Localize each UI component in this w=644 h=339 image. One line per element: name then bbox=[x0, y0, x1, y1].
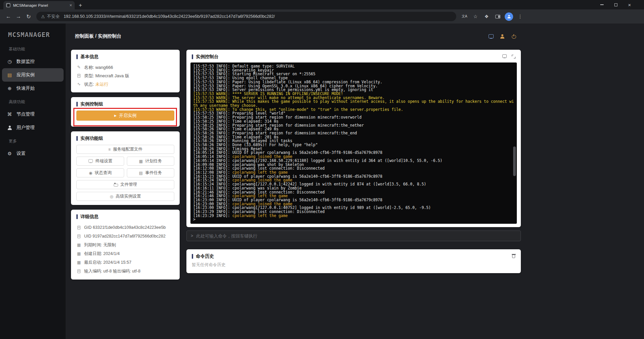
quick-start-icon: ⊕ bbox=[7, 86, 12, 91]
instance-name: 名称: wang666 bbox=[84, 63, 113, 72]
button-label: 服务端配置文件 bbox=[113, 146, 143, 152]
power-glyph bbox=[512, 34, 516, 39]
config-file-button[interactable]: ≡ 服务端配置文件 bbox=[76, 145, 174, 154]
monitor-glyph bbox=[489, 34, 494, 39]
created-row: ▦ 创建日期: 2024/1/4 bbox=[76, 249, 174, 258]
console-card: 实例控制台 [15:57:53 INFO]: Default game type… bbox=[186, 50, 521, 227]
file-icon bbox=[76, 226, 81, 229]
side-panel-icon[interactable] bbox=[494, 12, 502, 20]
event-tasks-button[interactable]: ▤ 事件任务 bbox=[127, 168, 175, 177]
terminal-display-icon[interactable] bbox=[502, 54, 507, 60]
file-glyph bbox=[77, 226, 80, 229]
toolbar-actions: 文A ☆ ❖ ⋮ bbox=[460, 12, 524, 21]
tab-close-icon[interactable]: × bbox=[69, 3, 72, 7]
start-instance-button[interactable]: ▶ 开启实例 bbox=[76, 111, 174, 121]
breadcrumb: 控制面板 / 实例控制台 bbox=[75, 33, 121, 39]
reload-button[interactable]: ↻ bbox=[24, 11, 34, 22]
profile-avatar[interactable] bbox=[505, 12, 513, 21]
sidebar-item-label: 数据监控 bbox=[16, 58, 35, 65]
status-label: 状态: 未运行 bbox=[84, 80, 108, 88]
user-manage-icon bbox=[7, 126, 12, 130]
prompt-chevron-icon: > bbox=[191, 234, 193, 238]
browser-menu-icon[interactable]: ⋮ bbox=[516, 12, 524, 20]
status-query-button[interactable]: ◉ 状态查询 bbox=[76, 168, 124, 177]
schedule-tasks-button[interactable]: ▦ 计划任务 bbox=[127, 157, 175, 166]
encoding-value: 输入编码: utf-8 输出编码: utf-8 bbox=[84, 267, 140, 276]
window-maximize-button[interactable] bbox=[613, 2, 618, 7]
sidebar-item-settings[interactable]: ⚙ 设置 bbox=[2, 147, 64, 160]
card-title-text: 实例控制台 bbox=[196, 54, 219, 60]
data-monitor-icon: ◷ bbox=[7, 59, 12, 64]
history-header: 命令历史 bbox=[192, 253, 515, 259]
last-start-row: ▦ 最后启动: 2024/1/4 15:57 bbox=[76, 258, 174, 267]
file-glyph bbox=[77, 74, 80, 78]
created-value: 创建日期: 2024/1/4 bbox=[84, 249, 120, 258]
card-title-text: 实例功能组 bbox=[80, 135, 103, 141]
instance-type-row: 类型: Minecraft Java 版 bbox=[76, 72, 174, 80]
display-icon[interactable] bbox=[488, 33, 494, 39]
history-empty-text: 暂无任何命令历史 bbox=[192, 262, 515, 268]
sidebar-item-label: 设置 bbox=[16, 151, 26, 157]
config-file-icon: ≡ bbox=[108, 147, 111, 152]
command-input[interactable] bbox=[196, 234, 516, 239]
fullscreen-icon[interactable] bbox=[512, 54, 515, 60]
bookmark-star-icon[interactable]: ☆ bbox=[471, 12, 479, 20]
not-secure-warning-icon[interactable]: ⚠ bbox=[41, 14, 45, 19]
button-label: 文件管理 bbox=[120, 182, 137, 187]
sidebar: MCSMANAGER 基础功能 ◷ 数据监控 ▤ 应用实例 ⊕ 快速开始 高级功… bbox=[0, 24, 66, 339]
event-list-icon: ▤ bbox=[139, 171, 143, 175]
folder-icon bbox=[114, 183, 118, 186]
button-label: 事件任务 bbox=[145, 170, 162, 176]
status-label-text: 状态: bbox=[84, 82, 95, 87]
command-input-row: > bbox=[186, 230, 521, 241]
person-icon bbox=[7, 126, 12, 130]
card-title-text: 详细信息 bbox=[80, 214, 99, 220]
address-bar[interactable]: ⚠ 不安全 192.168.50.105:23333/#/terminal/63… bbox=[36, 12, 456, 21]
button-label: 终端设置 bbox=[96, 158, 112, 164]
not-secure-label: 不安全 bbox=[47, 14, 60, 19]
file-manage-button[interactable]: 文件管理 bbox=[76, 180, 174, 189]
title-accent-bar bbox=[192, 54, 193, 59]
extensions-icon[interactable]: ❖ bbox=[482, 12, 491, 20]
advanced-settings-button[interactable]: ◎ 高级实例设置 bbox=[76, 192, 174, 201]
uid-value: UID 9197ad282cc147d7a6f792566d0bc282 bbox=[84, 232, 166, 241]
sidebar-item-data-monitor[interactable]: ◷ 数据监控 bbox=[2, 55, 64, 68]
sidebar-section-advanced: 高级功能 bbox=[0, 95, 66, 108]
file-glyph bbox=[77, 269, 80, 273]
card-title: 命令历史 bbox=[192, 253, 214, 259]
back-button[interactable]: ← bbox=[3, 11, 13, 22]
basic-info-card: 基本信息 ✎ 名称: wang666 类型: Minecraft Java 版 bbox=[71, 50, 180, 92]
window-controls: × bbox=[600, 0, 632, 9]
terminal-icon bbox=[88, 159, 93, 163]
console-header: 实例控制台 bbox=[192, 54, 515, 60]
user-icon[interactable] bbox=[499, 33, 505, 39]
start-button-label: 开启实例 bbox=[119, 113, 136, 119]
new-tab-button[interactable]: + bbox=[79, 2, 82, 8]
terminal-line: [16:23:29 INFO]: cpolarwang left the gam… bbox=[193, 214, 514, 218]
title-accent-bar bbox=[76, 54, 78, 59]
window-minimize-button[interactable] bbox=[600, 2, 604, 7]
sidebar-item-quick-start[interactable]: ⊕ 快速开始 bbox=[2, 82, 64, 95]
node-manage-icon: ⌘ bbox=[7, 112, 12, 117]
calendar-icon: ▦ bbox=[76, 258, 81, 267]
sidebar-item-label: 节点管理 bbox=[16, 111, 35, 117]
terminal-output[interactable]: [15:57:53 INFO]: Default game type: SURV… bbox=[190, 62, 517, 224]
control-group-card: 实例控制组 ▶ 开启实例 bbox=[71, 97, 180, 127]
forward-button[interactable]: → bbox=[13, 11, 24, 22]
sidebar-item-node-manage[interactable]: ⌘ 节点管理 bbox=[2, 108, 64, 121]
sidebar-item-app-instances[interactable]: ▤ 应用实例 bbox=[2, 68, 64, 82]
terminal-scrollbar[interactable] bbox=[513, 146, 516, 176]
title-accent-bar bbox=[76, 102, 78, 107]
sidebar-item-user-manage[interactable]: 用户管理 bbox=[2, 121, 64, 134]
card-title-text: 命令历史 bbox=[196, 253, 214, 259]
terminal-settings-button[interactable]: 终端设置 bbox=[76, 157, 124, 166]
function-buttons: ≡ 服务端配置文件 终端设置 bbox=[76, 145, 174, 201]
sidebar-item-label: 用户管理 bbox=[16, 125, 35, 131]
instance-status-row: ∿ 状态: 未运行 bbox=[76, 80, 174, 88]
command-history-card: 命令历史 暂无任何命令历史 bbox=[186, 249, 521, 273]
browser-tab[interactable]: MCSManager Panel × bbox=[3, 1, 75, 9]
window-close-button[interactable]: × bbox=[627, 2, 632, 7]
trash-icon[interactable] bbox=[512, 253, 515, 259]
translate-icon[interactable]: 文A bbox=[460, 12, 468, 20]
power-icon[interactable] bbox=[511, 33, 517, 39]
